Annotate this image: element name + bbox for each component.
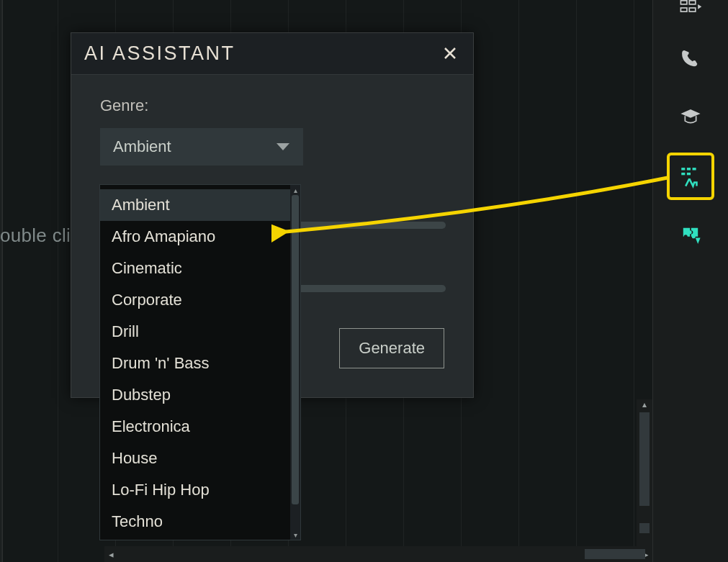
genre-option[interactable]: Electronica [100,411,290,443]
genre-option[interactable]: Drill [100,316,290,348]
generate-button[interactable]: Generate [339,328,444,368]
modal-close-button[interactable] [440,42,460,66]
call-icon [678,46,703,71]
svg-rect-8 [681,173,685,175]
vscroll-thumb[interactable] [639,412,650,506]
genre-option[interactable]: Techno [100,506,290,538]
clips-icon [678,0,703,20]
genre-option[interactable]: Ambient [100,189,290,221]
right-sidebar [652,0,728,562]
genre-option[interactable]: Lo-Fi Hip Hop [100,474,290,506]
genre-option[interactable]: Corporate [100,284,290,316]
genre-select-value: Ambient [113,137,171,156]
svg-rect-1 [689,1,696,4]
hscroll-thumb[interactable] [585,549,645,559]
dropdown-scroll-up[interactable]: ▴ [290,185,300,195]
svg-rect-6 [687,168,691,170]
svg-rect-9 [687,173,691,175]
sidebar-learn-button[interactable] [653,88,728,147]
genre-dropdown-list[interactable]: AmbientAfro AmapianoCinematicCorporateDr… [99,184,301,540]
modal-header: AI ASSISTANT [71,33,473,75]
sidebar-ai-assistant-button[interactable] [667,153,714,200]
vscroll-thumb-end[interactable] [639,523,650,533]
genre-label: Genre: [100,96,444,115]
svg-rect-3 [689,8,696,12]
genre-option[interactable]: House [100,443,290,474]
learn-icon [678,105,703,130]
sidebar-clips-button[interactable] [653,0,728,29]
left-edge [1,0,3,562]
sidebar-plugins-button[interactable] [653,206,728,265]
modal-title: AI ASSISTANT [84,42,235,65]
svg-rect-5 [681,168,685,170]
svg-rect-7 [693,168,696,170]
horizontal-scrollbar[interactable]: ◂ ▸ [104,546,652,562]
ai-assistant-icon [678,164,703,189]
genre-dropdown-items: AmbientAfro AmapianoCinematicCorporateDr… [100,185,290,540]
track-hint-text: ouble cli [0,225,70,247]
hscroll-track[interactable] [120,549,637,559]
chevron-down-icon [276,137,290,156]
genre-option[interactable]: Dubstep [100,379,290,411]
dropdown-scrollbar[interactable]: ▴ ▾ [290,185,300,540]
svg-marker-11 [277,143,289,150]
genre-option[interactable]: Drum 'n' Bass [100,348,290,379]
scroll-up-arrow[interactable]: ▴ [642,399,647,412]
dropdown-scroll-thumb[interactable] [292,195,299,504]
vscroll-track[interactable] [639,412,650,546]
vertical-scrollbar[interactable]: ▴ [637,399,652,546]
genre-option[interactable]: Cinematic [100,253,290,284]
svg-rect-0 [680,1,687,4]
dropdown-scroll-down[interactable]: ▾ [290,530,300,540]
genre-select[interactable]: Ambient [100,128,303,166]
scroll-left-arrow[interactable]: ◂ [104,548,117,561]
plugins-icon [678,223,703,248]
svg-marker-4 [698,4,701,9]
svg-marker-10 [696,237,701,244]
svg-rect-2 [680,8,687,12]
sidebar-call-button[interactable] [653,29,728,88]
close-icon [443,46,457,60]
genre-option[interactable]: Afro Amapiano [100,221,290,253]
